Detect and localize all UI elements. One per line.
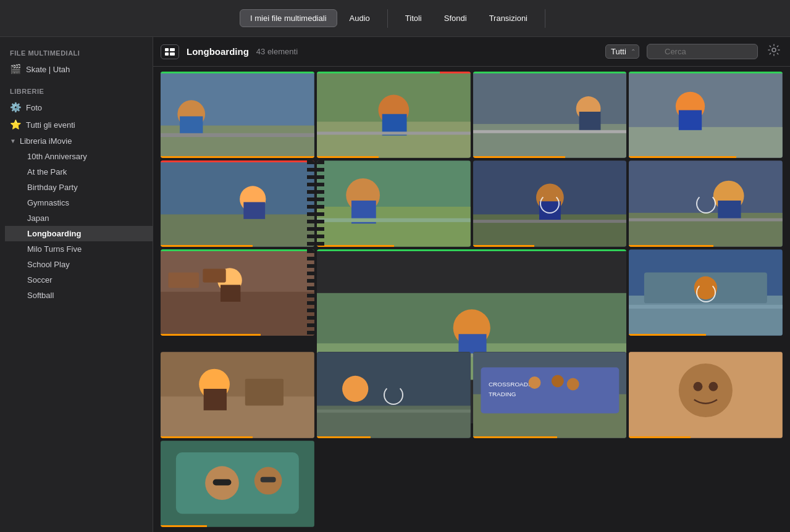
svg-rect-8 xyxy=(180,116,203,135)
svg-rect-37 xyxy=(473,220,627,223)
video-thumb-14[interactable]: CROSSROADS TRADING xyxy=(473,352,627,438)
loading-spinner-1 xyxy=(540,194,560,214)
svg-rect-60 xyxy=(161,397,314,438)
loading-spinner-4 xyxy=(384,385,403,405)
svg-rect-47 xyxy=(168,272,199,288)
top-toolbar: I miei file multimediali Audio Titoli Sf… xyxy=(0,0,790,37)
filter-select[interactable]: Tutti xyxy=(605,44,639,59)
tab-titles[interactable]: Titoli xyxy=(395,10,432,27)
thumb-image-4 xyxy=(629,72,783,158)
svg-point-78 xyxy=(679,364,733,417)
video-grid: CROSSROADS TRADING xyxy=(153,67,790,532)
svg-rect-85 xyxy=(213,480,232,486)
svg-rect-2 xyxy=(165,52,169,56)
video-thumb-1[interactable] xyxy=(161,72,314,158)
thumb-image-16 xyxy=(161,441,314,527)
svg-rect-67 xyxy=(317,410,471,413)
milo-label: Milo Turns Five xyxy=(27,244,82,254)
tab-transitions[interactable]: Transizioni xyxy=(479,10,537,27)
svg-rect-63 xyxy=(245,379,284,406)
svg-rect-29 xyxy=(317,207,471,247)
video-thumb-4[interactable] xyxy=(629,72,783,158)
filter-wrapper: Tutti ⌃ xyxy=(605,44,639,59)
tab-backgrounds[interactable]: Sfondi xyxy=(434,10,477,27)
sidebar-item-skate-utah[interactable]: 🎬 Skate | Utah xyxy=(0,60,153,78)
tab-my-media[interactable]: I miei file multimediali xyxy=(240,9,337,27)
svg-rect-23 xyxy=(679,110,702,130)
sidebar-item-gymnastics[interactable]: Gymnastics xyxy=(5,195,153,210)
video-thumb-6[interactable] xyxy=(317,160,471,247)
svg-rect-46 xyxy=(221,285,240,301)
video-thumb-2[interactable] xyxy=(317,72,471,158)
star-icon: ⭐ xyxy=(10,119,21,130)
content-count: 43 elementi xyxy=(256,47,298,56)
video-thumb-16[interactable] xyxy=(161,441,314,527)
svg-rect-3 xyxy=(170,52,175,56)
sidebar-item-japan[interactable]: Japan xyxy=(5,210,153,226)
svg-text:CROSSROADS: CROSSROADS xyxy=(488,381,532,388)
loading-spinner-2 xyxy=(696,194,716,214)
toolbar-separator-2 xyxy=(545,9,545,28)
search-input[interactable] xyxy=(647,44,758,59)
chevron-down-icon: ▼ xyxy=(10,138,16,144)
thumb-image-15 xyxy=(629,352,783,438)
10th-label: 10th Anniversary xyxy=(27,152,87,161)
sidebar-item-soccer[interactable]: Soccer xyxy=(5,272,153,288)
svg-point-80 xyxy=(709,382,718,391)
sidebar-library-header[interactable]: ▼ Libreria iMovie xyxy=(0,133,153,149)
japan-label: Japan xyxy=(27,214,49,223)
svg-text:TRADING: TRADING xyxy=(488,391,516,398)
sidebar-item-longboarding[interactable]: Longboarding xyxy=(5,226,153,241)
video-thumb-8[interactable] xyxy=(629,160,783,247)
svg-rect-19 xyxy=(473,130,627,133)
video-thumb-3[interactable] xyxy=(473,72,627,158)
sidebar-item-birthday-party[interactable]: Birthday Party xyxy=(5,180,153,195)
video-thumb-11[interactable] xyxy=(629,249,783,336)
content-area: Longboarding 43 elementi Tutti ⌃ 🔍 xyxy=(153,37,790,532)
video-thumb-12[interactable] xyxy=(161,352,314,438)
sidebar-item-foto[interactable]: ⚙️ Foto xyxy=(0,99,153,116)
library-label: Libreria iMovie xyxy=(20,136,72,146)
grid-view-icon xyxy=(165,48,175,56)
svg-point-73 xyxy=(528,376,540,389)
svg-rect-87 xyxy=(261,477,276,483)
park-label: At the Park xyxy=(27,167,67,177)
video-thumb-15[interactable] xyxy=(629,352,783,438)
svg-rect-0 xyxy=(165,48,169,51)
svg-point-66 xyxy=(342,376,368,402)
foto-label: Foto xyxy=(26,103,42,112)
file-multimediali-section: FILE MULTIMEDIALI xyxy=(0,47,153,60)
sidebar-item-softball[interactable]: Softball xyxy=(5,288,153,303)
sidebar-item-school-play[interactable]: School Play xyxy=(5,257,153,272)
svg-rect-48 xyxy=(203,268,225,282)
svg-rect-16 xyxy=(473,124,627,158)
video-thumb-5[interactable] xyxy=(161,160,314,247)
toolbar-separator xyxy=(387,9,388,28)
tab-audio[interactable]: Audio xyxy=(340,10,380,27)
video-thumb-13[interactable] xyxy=(317,352,471,438)
librerie-section: LIBRERIE xyxy=(0,85,153,99)
content-title: Longboarding xyxy=(187,46,249,57)
gear-icon xyxy=(768,44,780,56)
svg-rect-25 xyxy=(161,214,314,246)
soccer-label: Soccer xyxy=(27,275,52,285)
softball-label: Softball xyxy=(27,291,54,300)
sidebar: FILE MULTIMEDIALI 🎬 Skate | Utah LIBRERI… xyxy=(0,37,153,532)
film-icon: 🎬 xyxy=(10,64,21,75)
loading-spinner-3 xyxy=(696,283,716,302)
video-thumb-7[interactable] xyxy=(473,160,627,247)
sidebar-item-at-the-park[interactable]: At the Park xyxy=(5,164,153,180)
grid-toggle-button[interactable] xyxy=(161,44,179,59)
content-header: Longboarding 43 elementi Tutti ⌃ 🔍 xyxy=(153,37,790,67)
video-thumb-9[interactable] xyxy=(161,249,314,336)
thumb-image-3 xyxy=(473,72,627,158)
sidebar-item-milo-turns-five[interactable]: Milo Turns Five xyxy=(5,241,153,257)
sidebar-item-10th-anniversary[interactable]: 10th Anniversary xyxy=(5,149,153,164)
sidebar-item-tutti-eventi[interactable]: ⭐ Tutti gli eventi xyxy=(0,116,153,133)
svg-point-74 xyxy=(551,375,563,388)
svg-rect-41 xyxy=(718,201,741,220)
thumb-image-5 xyxy=(161,160,314,247)
gymnastics-label: Gymnastics xyxy=(27,198,69,207)
thumb-image-2 xyxy=(317,72,471,158)
settings-button[interactable] xyxy=(765,41,783,62)
